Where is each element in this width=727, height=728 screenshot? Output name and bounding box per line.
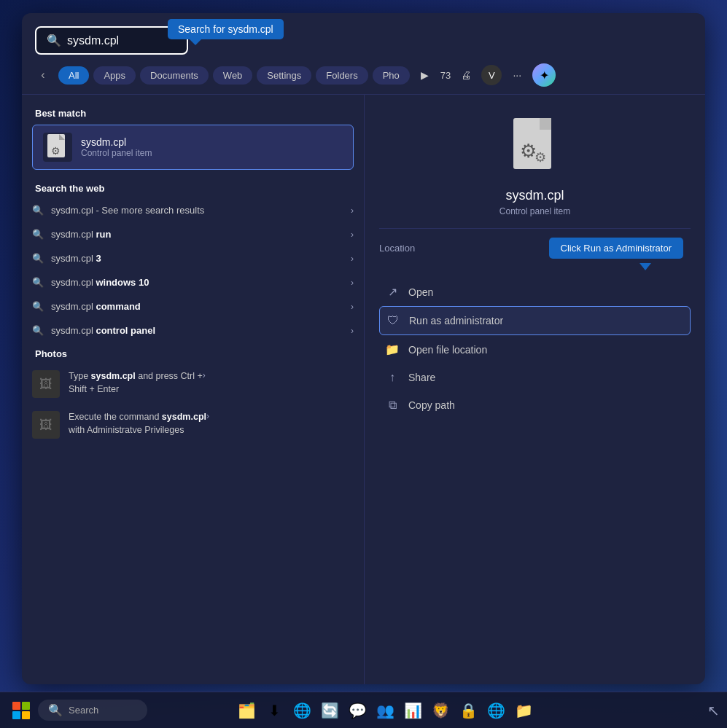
more-button[interactable]: ··· — [506, 64, 528, 86]
taskbar-browser2[interactable]: 🌐 — [483, 698, 508, 723]
search-icon-6: 🔍 — [32, 325, 44, 336]
action-share[interactable]: ↑ Share — [379, 364, 691, 391]
chevron-6: › — [351, 326, 354, 336]
photo-thumb-2: 🖼 — [32, 411, 60, 439]
photo-thumb-1: 🖼 — [32, 370, 60, 398]
result-divider — [379, 228, 691, 229]
right-panel: ⚙ ⚙ sysdm.cpl Control panel item Locatio… — [365, 95, 705, 684]
best-match-label: Best match — [22, 105, 364, 125]
taskbar-explorer[interactable]: 📁 — [511, 698, 536, 723]
photo-text-1: Type sysdm.cpl and press Ctrl +Shift + E… — [69, 370, 203, 396]
action-copy-path-label: Copy path — [408, 399, 455, 411]
devices-icon: 🖨 — [455, 64, 477, 86]
tab-apps[interactable]: Apps — [93, 66, 136, 85]
action-list: ↗ Open 🛡 Run as administrator 📁 Open fil… — [379, 278, 691, 419]
web-search-item-2[interactable]: 🔍 sysdm.cpl run › — [22, 222, 364, 246]
action-run-admin-label: Run as administrator — [409, 315, 503, 326]
chevron-4: › — [351, 278, 354, 288]
action-share-label: Share — [408, 372, 435, 383]
taskbar: 🔍 Search 🗂️ ⬇ 🌐 🔄 💬 👥 📊 🦁 🔒 🌐 📁 ↖ — [0, 692, 727, 728]
result-file-type: Control panel item — [499, 206, 570, 216]
photo-chevron-1: › — [203, 370, 206, 380]
taskbar-search[interactable]: 🔍 Search — [38, 700, 147, 721]
best-match-text: sysdm.cpl Control panel item — [81, 136, 152, 158]
taskbar-chrome[interactable]: 🌐 — [289, 698, 314, 723]
photo-text-2: Execute the command sysdm.cplwith Admini… — [69, 411, 206, 437]
shield-icon: 🛡 — [386, 314, 400, 327]
svg-rect-5 — [540, 118, 551, 130]
user-avatar[interactable]: V — [481, 65, 502, 85]
web-search-text-5: sysdm.cpl command — [51, 301, 351, 312]
taskbar-lock[interactable]: 🔒 — [456, 698, 481, 723]
photo-item-2[interactable]: 🖼 Execute the command sysdm.cplwith Admi… — [22, 404, 364, 445]
web-search-item-1[interactable]: 🔍 sysdm.cpl - See more search results › — [22, 198, 364, 222]
result-file-icon: ⚙ ⚙ — [510, 117, 561, 175]
search-panel: Search for sysdm.cpl 🔍 sysdm.cpl ‹ All A… — [22, 13, 705, 684]
chevron-2: › — [351, 230, 354, 240]
photo-item-1[interactable]: 🖼 Type sysdm.cpl and press Ctrl +Shift +… — [22, 364, 364, 404]
search-icon: 🔍 — [47, 34, 61, 47]
filter-tabs: ‹ All Apps Documents Web Settings Folder… — [22, 63, 705, 95]
result-icon-container: ⚙ ⚙ — [510, 117, 561, 178]
web-search-item-5[interactable]: 🔍 sysdm.cpl command › — [22, 294, 364, 318]
tab-count: 73 — [440, 70, 451, 81]
taskbar-teams[interactable]: 👥 — [373, 698, 397, 723]
best-match-item[interactable]: ⚙ sysdm.cpl Control panel item — [32, 125, 354, 170]
photo-chevron-2: › — [206, 411, 209, 421]
taskbar-download[interactable]: ⬇ — [262, 698, 287, 723]
tab-settings[interactable]: Settings — [257, 66, 311, 85]
chevron-3: › — [351, 254, 354, 264]
taskbar-refresh[interactable]: 🔄 — [317, 698, 342, 723]
result-file-name: sysdm.cpl — [505, 188, 564, 203]
cursor-icon: ↖ — [707, 702, 720, 719]
taskbar-brave[interactable]: 🦁 — [428, 698, 453, 723]
action-open[interactable]: ↗ Open — [379, 278, 691, 306]
tab-all[interactable]: All — [58, 66, 89, 85]
search-query: sysdm.cpl — [67, 34, 119, 47]
back-button[interactable]: ‹ — [32, 64, 54, 86]
web-search-text-1: sysdm.cpl - See more search results — [51, 205, 351, 216]
web-search-text-6: sysdm.cpl control panel — [51, 325, 351, 336]
search-bar-area: Search for sysdm.cpl 🔍 sysdm.cpl — [22, 13, 705, 63]
action-copy-path[interactable]: ⧉ Copy path — [379, 391, 691, 419]
open-icon: ↗ — [385, 285, 400, 299]
web-search-text-4: sysdm.cpl windows 10 — [51, 277, 351, 288]
taskbar-filemanager[interactable]: 🗂️ — [234, 698, 259, 723]
copilot-icon[interactable]: ✦ — [532, 63, 556, 87]
tab-photos[interactable]: Pho — [373, 66, 410, 85]
taskbar-center: 🗂️ ⬇ 🌐 🔄 💬 👥 📊 🦁 🔒 🌐 📁 — [234, 698, 536, 723]
main-content: Best match ⚙ sysdm.cpl Control panel ite… — [22, 95, 705, 684]
web-search-item-4[interactable]: 🔍 sysdm.cpl windows 10 › — [22, 270, 364, 294]
photos-label: Photos — [22, 343, 364, 364]
svg-text:⚙: ⚙ — [51, 145, 61, 157]
desktop: Search for sysdm.cpl 🔍 sysdm.cpl ‹ All A… — [0, 0, 727, 728]
web-search-item-6[interactable]: 🔍 sysdm.cpl control panel › — [22, 318, 364, 343]
taskbar-search-icon: 🔍 — [48, 703, 63, 717]
web-search-item-3[interactable]: 🔍 sysdm.cpl 3 › — [22, 246, 364, 270]
tab-folders[interactable]: Folders — [316, 66, 368, 85]
web-search-text-2: sysdm.cpl run — [51, 229, 351, 240]
chevron-1: › — [351, 206, 354, 216]
svg-text:⚙: ⚙ — [534, 150, 546, 165]
start-button[interactable] — [7, 697, 35, 724]
search-icon-3: 🔍 — [32, 253, 44, 264]
windows-logo — [12, 702, 30, 719]
action-run-admin[interactable]: 🛡 Run as administrator — [379, 306, 691, 335]
tab-documents[interactable]: Documents — [140, 66, 209, 85]
share-icon: ↑ — [385, 371, 400, 384]
taskbar-sticky[interactable]: 📊 — [400, 698, 425, 723]
folder-icon: 📁 — [385, 343, 400, 356]
location-label: Location — [379, 243, 438, 254]
search-input-wrapper[interactable]: 🔍 sysdm.cpl — [35, 26, 188, 55]
action-open-label: Open — [408, 286, 433, 298]
action-open-location[interactable]: 📁 Open file location — [379, 335, 691, 364]
best-match-name: sysdm.cpl — [81, 136, 152, 148]
search-icon-2: 🔍 — [32, 229, 44, 240]
taskbar-right: ↖ — [707, 702, 720, 719]
tab-web[interactable]: Web — [213, 66, 253, 85]
play-button[interactable]: ▶ — [414, 64, 436, 86]
copy-icon: ⧉ — [385, 399, 400, 412]
taskbar-whatsapp[interactable]: 💬 — [345, 698, 370, 723]
search-icon-5: 🔍 — [32, 301, 44, 312]
web-search-text-3: sysdm.cpl 3 — [51, 253, 351, 264]
